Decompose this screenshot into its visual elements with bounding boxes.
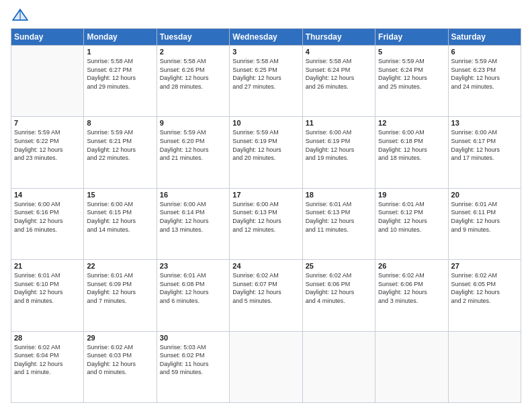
week-row-3: 14Sunrise: 6:00 AMSunset: 6:16 PMDayligh…	[11, 188, 521, 259]
calendar-cell: 9Sunrise: 5:59 AMSunset: 6:20 PMDaylight…	[157, 117, 229, 188]
day-info: Sunrise: 6:02 AMSunset: 6:03 PMDaylight:…	[87, 343, 153, 377]
day-info: Sunrise: 6:01 AMSunset: 6:11 PMDaylight:…	[451, 200, 518, 234]
day-info: Sunrise: 5:59 AMSunset: 6:24 PMDaylight:…	[378, 57, 445, 91]
calendar-cell	[448, 331, 521, 402]
calendar-cell: 11Sunrise: 6:00 AMSunset: 6:19 PMDayligh…	[302, 117, 375, 188]
day-info: Sunrise: 6:02 AMSunset: 6:04 PMDaylight:…	[14, 343, 81, 377]
day-number: 30	[160, 334, 226, 342]
calendar-cell: 15Sunrise: 6:00 AMSunset: 6:15 PMDayligh…	[84, 188, 157, 259]
day-info: Sunrise: 6:00 AMSunset: 6:16 PMDaylight:…	[14, 200, 81, 234]
col-header-saturday: Saturday	[448, 29, 521, 46]
calendar-cell	[11, 46, 84, 117]
day-info: Sunrise: 6:02 AMSunset: 6:05 PMDaylight:…	[451, 271, 518, 305]
day-number: 21	[14, 262, 81, 270]
calendar-cell: 6Sunrise: 5:59 AMSunset: 6:23 PMDaylight…	[448, 46, 521, 117]
logo	[11, 8, 31, 24]
day-number: 29	[87, 334, 153, 342]
calendar-cell: 30Sunrise: 5:03 AMSunset: 6:02 PMDayligh…	[157, 331, 229, 402]
calendar-cell: 4Sunrise: 5:58 AMSunset: 6:24 PMDaylight…	[302, 46, 375, 117]
col-header-sunday: Sunday	[11, 29, 84, 46]
header	[11, 8, 521, 24]
day-info: Sunrise: 5:58 AMSunset: 6:27 PMDaylight:…	[87, 57, 153, 91]
day-info: Sunrise: 5:59 AMSunset: 6:23 PMDaylight:…	[451, 57, 518, 91]
col-header-thursday: Thursday	[302, 29, 375, 46]
day-number: 4	[306, 48, 372, 56]
day-info: Sunrise: 5:58 AMSunset: 6:25 PMDaylight:…	[232, 57, 299, 91]
calendar-cell: 1Sunrise: 5:58 AMSunset: 6:27 PMDaylight…	[84, 46, 157, 117]
day-info: Sunrise: 6:01 AMSunset: 6:13 PMDaylight:…	[306, 200, 372, 234]
week-row-1: 1Sunrise: 5:58 AMSunset: 6:27 PMDaylight…	[11, 46, 521, 117]
col-header-friday: Friday	[375, 29, 448, 46]
day-number: 15	[87, 191, 153, 199]
calendar-cell: 26Sunrise: 6:02 AMSunset: 6:06 PMDayligh…	[375, 260, 448, 331]
day-number: 25	[306, 262, 372, 270]
day-number: 22	[87, 262, 153, 270]
day-info: Sunrise: 6:00 AMSunset: 6:15 PMDaylight:…	[87, 200, 153, 234]
calendar-cell: 3Sunrise: 5:58 AMSunset: 6:25 PMDaylight…	[230, 46, 302, 117]
calendar-cell: 25Sunrise: 6:02 AMSunset: 6:06 PMDayligh…	[302, 260, 375, 331]
day-number: 18	[306, 191, 372, 199]
calendar-cell: 27Sunrise: 6:02 AMSunset: 6:05 PMDayligh…	[448, 260, 521, 331]
day-number: 28	[14, 334, 81, 342]
logo-icon	[12, 8, 28, 21]
day-info: Sunrise: 5:59 AMSunset: 6:19 PMDaylight:…	[232, 128, 299, 162]
calendar-cell: 16Sunrise: 6:00 AMSunset: 6:14 PMDayligh…	[157, 188, 229, 259]
day-number: 14	[14, 191, 81, 199]
calendar-cell: 20Sunrise: 6:01 AMSunset: 6:11 PMDayligh…	[448, 188, 521, 259]
col-header-tuesday: Tuesday	[157, 29, 229, 46]
day-info: Sunrise: 6:02 AMSunset: 6:06 PMDaylight:…	[306, 271, 372, 305]
calendar-cell: 7Sunrise: 5:59 AMSunset: 6:22 PMDaylight…	[11, 117, 84, 188]
day-number: 5	[378, 48, 445, 56]
day-number: 27	[451, 262, 518, 270]
calendar-cell: 14Sunrise: 6:00 AMSunset: 6:16 PMDayligh…	[11, 188, 84, 259]
calendar-cell: 29Sunrise: 6:02 AMSunset: 6:03 PMDayligh…	[84, 331, 157, 402]
day-number: 23	[160, 262, 226, 270]
calendar-cell: 19Sunrise: 6:01 AMSunset: 6:12 PMDayligh…	[375, 188, 448, 259]
day-number: 1	[87, 48, 153, 56]
day-info: Sunrise: 6:02 AMSunset: 6:07 PMDaylight:…	[232, 271, 299, 305]
week-row-2: 7Sunrise: 5:59 AMSunset: 6:22 PMDaylight…	[11, 117, 521, 188]
day-number: 19	[378, 191, 445, 199]
day-number: 8	[87, 119, 153, 127]
day-number: 2	[160, 48, 226, 56]
day-info: Sunrise: 5:03 AMSunset: 6:02 PMDaylight:…	[160, 343, 226, 377]
calendar-cell: 23Sunrise: 6:01 AMSunset: 6:08 PMDayligh…	[157, 260, 229, 331]
day-info: Sunrise: 6:01 AMSunset: 6:09 PMDaylight:…	[87, 271, 153, 305]
day-info: Sunrise: 6:00 AMSunset: 6:14 PMDaylight:…	[160, 200, 226, 234]
day-info: Sunrise: 6:00 AMSunset: 6:17 PMDaylight:…	[451, 128, 518, 162]
week-row-4: 21Sunrise: 6:01 AMSunset: 6:10 PMDayligh…	[11, 260, 521, 331]
calendar-cell: 12Sunrise: 6:00 AMSunset: 6:18 PMDayligh…	[375, 117, 448, 188]
day-info: Sunrise: 6:00 AMSunset: 6:18 PMDaylight:…	[378, 128, 445, 162]
calendar-cell	[302, 331, 375, 402]
calendar-cell: 13Sunrise: 6:00 AMSunset: 6:17 PMDayligh…	[448, 117, 521, 188]
calendar-cell: 2Sunrise: 5:58 AMSunset: 6:26 PMDaylight…	[157, 46, 229, 117]
day-info: Sunrise: 6:02 AMSunset: 6:06 PMDaylight:…	[378, 271, 445, 305]
calendar-cell: 5Sunrise: 5:59 AMSunset: 6:24 PMDaylight…	[375, 46, 448, 117]
calendar-cell: 22Sunrise: 6:01 AMSunset: 6:09 PMDayligh…	[84, 260, 157, 331]
day-info: Sunrise: 6:01 AMSunset: 6:08 PMDaylight:…	[160, 271, 226, 305]
day-info: Sunrise: 6:00 AMSunset: 6:19 PMDaylight:…	[306, 128, 372, 162]
calendar-cell	[230, 331, 302, 402]
day-number: 9	[160, 119, 226, 127]
day-number: 11	[306, 119, 372, 127]
day-number: 7	[14, 119, 81, 127]
day-info: Sunrise: 5:59 AMSunset: 6:21 PMDaylight:…	[87, 128, 153, 162]
day-number: 13	[451, 119, 518, 127]
page: SundayMondayTuesdayWednesdayThursdayFrid…	[0, 0, 532, 411]
col-header-wednesday: Wednesday	[230, 29, 302, 46]
day-number: 20	[451, 191, 518, 199]
calendar-cell: 8Sunrise: 5:59 AMSunset: 6:21 PMDaylight…	[84, 117, 157, 188]
calendar-cell: 18Sunrise: 6:01 AMSunset: 6:13 PMDayligh…	[302, 188, 375, 259]
day-info: Sunrise: 5:59 AMSunset: 6:22 PMDaylight:…	[14, 128, 81, 162]
day-number: 24	[232, 262, 299, 270]
day-number: 6	[451, 48, 518, 56]
calendar-cell	[375, 331, 448, 402]
day-info: Sunrise: 5:58 AMSunset: 6:26 PMDaylight:…	[160, 57, 226, 91]
day-number: 12	[378, 119, 445, 127]
day-number: 17	[232, 191, 299, 199]
day-number: 3	[232, 48, 299, 56]
day-info: Sunrise: 5:59 AMSunset: 6:20 PMDaylight:…	[160, 128, 226, 162]
day-number: 26	[378, 262, 445, 270]
col-header-monday: Monday	[84, 29, 157, 46]
calendar-cell: 10Sunrise: 5:59 AMSunset: 6:19 PMDayligh…	[230, 117, 302, 188]
